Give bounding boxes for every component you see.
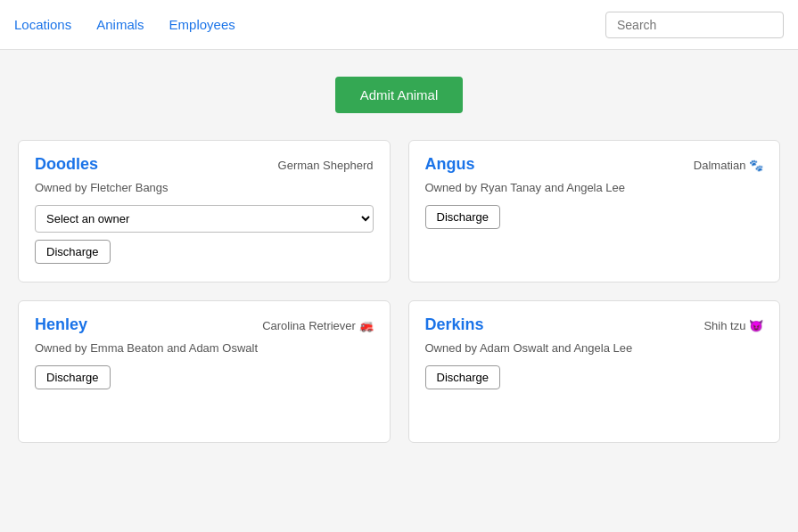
discharge-button-henley[interactable]: Discharge: [35, 365, 111, 389]
admit-row: Admit Animal: [18, 77, 780, 113]
animal-card-henley: Henley Carolina Retriever 🚒 Owned by Emm…: [18, 300, 391, 443]
breed-info-henley: Carolina Retriever 🚒: [262, 319, 373, 332]
owner-select-doodles[interactable]: Select an owner: [35, 205, 374, 233]
search-input[interactable]: [605, 12, 784, 38]
card-header-derkins: Derkins Shih tzu 😈: [425, 315, 764, 334]
animal-name-angus: Angus: [425, 155, 475, 174]
owned-by-angus: Owned by Ryan Tanay and Angela Lee: [425, 181, 764, 194]
animal-name-doodles: Doodles: [35, 155, 98, 174]
breed-info-doodles: German Shepherd: [278, 159, 374, 172]
admit-animal-button[interactable]: Admit Animal: [335, 77, 464, 113]
animal-card-angus: Angus Dalmatian 🐾 Owned by Ryan Tanay an…: [408, 140, 781, 282]
owned-by-henley: Owned by Emma Beaton and Adam Oswalt: [35, 341, 374, 355]
breed-emoji-angus: 🐾: [749, 159, 763, 172]
breed-emoji-henley: 🚒: [359, 319, 374, 332]
animal-card-derkins: Derkins Shih tzu 😈 Owned by Adam Oswalt …: [408, 300, 781, 443]
card-header-angus: Angus Dalmatian 🐾: [425, 155, 764, 174]
owned-by-doodles: Owned by Fletcher Bangs: [35, 181, 374, 194]
discharge-button-derkins[interactable]: Discharge: [425, 365, 501, 389]
navbar: Locations Animals Employees: [0, 0, 798, 50]
card-header-henley: Henley Carolina Retriever 🚒: [35, 315, 374, 334]
animal-name-derkins: Derkins: [425, 315, 484, 334]
discharge-button-angus[interactable]: Discharge: [425, 205, 501, 229]
animals-grid: Doodles German Shepherd Owned by Fletche…: [18, 140, 780, 443]
nav-link-animals[interactable]: Animals: [96, 17, 144, 32]
breed-emoji-derkins: 😈: [749, 319, 763, 332]
breed-info-derkins: Shih tzu 😈: [703, 319, 763, 332]
animal-name-henley: Henley: [35, 315, 87, 334]
main-content: Admit Animal Doodles German Shepherd Own…: [0, 50, 798, 532]
discharge-button-doodles[interactable]: Discharge: [35, 240, 111, 264]
breed-info-angus: Dalmatian 🐾: [694, 159, 763, 172]
animal-card-doodles: Doodles German Shepherd Owned by Fletche…: [18, 140, 391, 282]
nav-link-employees[interactable]: Employees: [169, 17, 235, 32]
nav-link-locations[interactable]: Locations: [14, 17, 71, 32]
owned-by-derkins: Owned by Adam Oswalt and Angela Lee: [425, 341, 764, 355]
card-header-doodles: Doodles German Shepherd: [35, 155, 374, 174]
